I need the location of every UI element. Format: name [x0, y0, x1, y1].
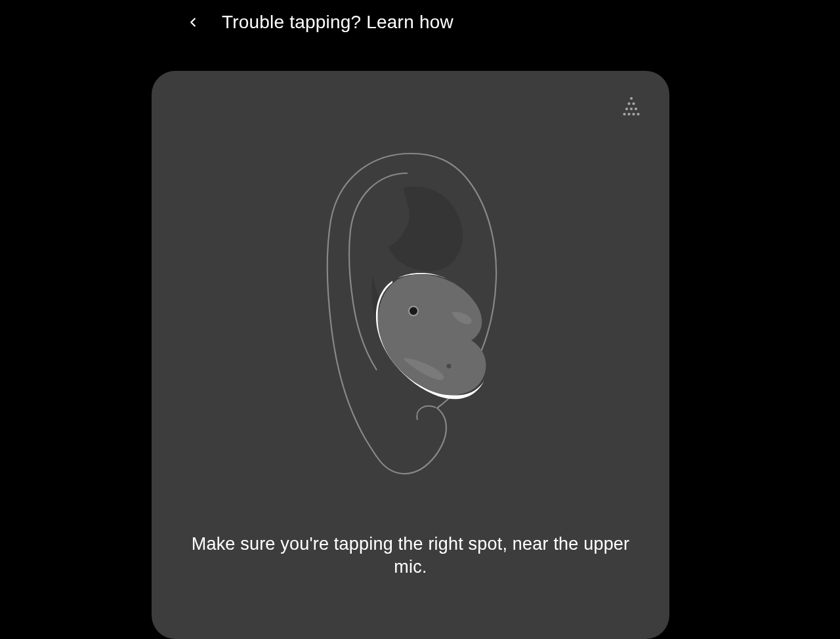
svg-point-5	[635, 108, 637, 110]
back-button[interactable]	[180, 9, 206, 35]
svg-point-6	[623, 113, 625, 115]
instruction-text: Make sure you're tapping the right spot,…	[152, 533, 669, 579]
svg-point-10	[409, 306, 418, 316]
svg-point-4	[630, 108, 633, 110]
page-title: Trouble tapping? Learn how	[222, 12, 453, 33]
svg-point-7	[627, 113, 630, 115]
dots-triangle-icon	[621, 96, 642, 119]
svg-point-1	[627, 102, 630, 105]
svg-point-0	[630, 97, 633, 100]
svg-point-8	[632, 113, 635, 115]
instruction-card: Make sure you're tapping the right spot,…	[152, 71, 669, 639]
ear-earbud-illustration	[299, 148, 522, 476]
svg-point-11	[446, 364, 451, 369]
svg-point-3	[625, 108, 628, 110]
header: Trouble tapping? Learn how	[180, 9, 453, 35]
svg-point-9	[637, 113, 639, 115]
svg-point-2	[632, 102, 635, 105]
chevron-left-icon	[186, 15, 200, 30]
